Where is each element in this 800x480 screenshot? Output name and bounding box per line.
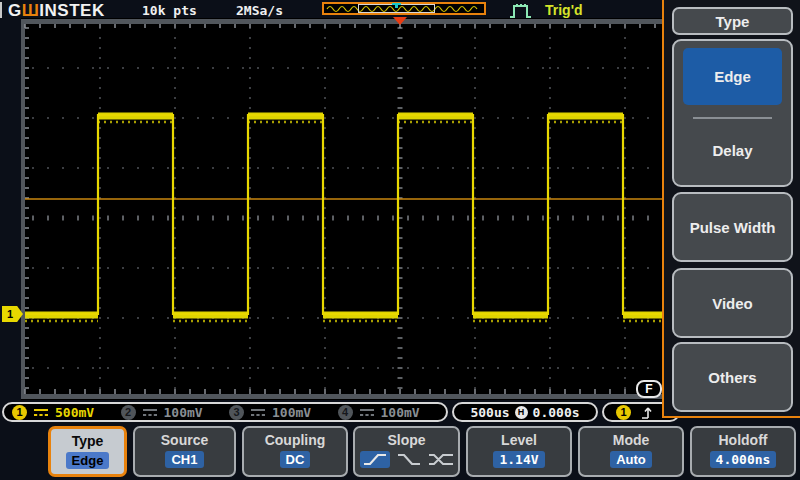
trigger-pulse-icon — [508, 2, 534, 19]
dc-coupling-icon — [359, 407, 375, 417]
trigger-source-badge: 1 — [616, 405, 631, 420]
trigger-status-label: Trig'd — [545, 2, 583, 18]
channel-1-scale-value: 500mV — [55, 405, 94, 420]
menu-group-edge-delay: Edge Delay — [672, 39, 793, 187]
softkey-holdoff-button[interactable]: Holdoff 4.000ns — [690, 426, 796, 477]
memory-bar — [322, 2, 486, 15]
channel1-ground-marker: 1 — [2, 306, 23, 322]
softkey-level-button[interactable]: Level 1.14V — [466, 426, 572, 477]
softkey-coupling-value: DC — [280, 451, 311, 468]
menu-header-type: Type — [672, 7, 793, 35]
rising-edge-trigger-icon — [641, 405, 654, 420]
softkey-coupling-button[interactable]: Coupling DC — [242, 426, 348, 477]
graticule-display — [21, 18, 662, 400]
menu-divider — [693, 117, 772, 119]
softkey-mode-button[interactable]: Mode Auto — [578, 426, 684, 477]
channel-4-badge: 4 — [338, 405, 353, 420]
channel-2-scale-value: 100mV — [164, 405, 203, 420]
softkey-coupling-label: Coupling — [244, 432, 346, 448]
channel-3-badge: 3 — [229, 405, 244, 420]
fine-indicator-badge: F — [636, 380, 662, 398]
acquisition-readout: 10k pts — [142, 3, 197, 18]
slope-options — [355, 451, 458, 468]
channel-2-readout: 2100mV — [121, 405, 230, 420]
logo-g: G — [8, 1, 22, 20]
memory-trigger-marker-stem — [395, 5, 398, 8]
softkey-mode-value: Auto — [610, 451, 652, 468]
channel-4-scale-value: 100mV — [381, 405, 420, 420]
menu-option-delay[interactable]: Delay — [674, 135, 791, 165]
slope-falling-icon[interactable] — [397, 452, 421, 467]
timebase-value: 500us — [470, 405, 509, 420]
slope-either-icon[interactable] — [428, 452, 454, 467]
channel-4-readout: 4100mV — [338, 405, 447, 420]
menu-option-pulse-width[interactable]: Pulse Width — [672, 192, 793, 262]
channel-1-readout: 1500mV — [12, 405, 121, 420]
dc-coupling-icon — [250, 407, 266, 417]
channel-readout-box: 1500mV2100mV3100mV4100mV — [2, 402, 448, 422]
oscilloscope-screen: GШINSTEK 10k pts 2MSa/s Trig'd 1 F 1500m… — [0, 0, 800, 480]
screen-edge-marker — [0, 2, 2, 18]
menu-option-video[interactable]: Video — [672, 268, 793, 338]
softkey-level-value: 1.14V — [493, 451, 544, 468]
dc-coupling-icon — [33, 407, 49, 417]
channel-3-scale-value: 100mV — [272, 405, 311, 420]
softkey-holdoff-value: 4.000ns — [710, 451, 777, 468]
softkey-source-button[interactable]: Source CH1 — [133, 426, 236, 477]
channel-2-badge: 2 — [121, 405, 136, 420]
horizontal-position-icon: H — [515, 406, 528, 419]
softkey-slope-label: Slope — [355, 432, 458, 448]
channel1-ground-label: 1 — [7, 308, 13, 320]
softkey-level-label: Level — [468, 432, 570, 448]
trigger-position-marker-icon — [393, 17, 407, 25]
dc-coupling-icon — [142, 407, 158, 417]
horizontal-position-value: 0.000s — [533, 405, 580, 420]
softkey-holdoff-label: Holdoff — [692, 432, 794, 448]
softkey-type-label: Type — [51, 433, 124, 449]
timebase-readout-box: 500us H 0.000s — [452, 402, 598, 422]
menu-option-others[interactable]: Others — [672, 342, 793, 412]
softkey-slope-button[interactable]: Slope — [353, 426, 460, 477]
softkey-type-value: Edge — [66, 452, 110, 469]
softkey-mode-label: Mode — [580, 432, 682, 448]
channel-3-readout: 3100mV — [229, 405, 338, 420]
trigger-type-menu: Type Edge Delay Pulse Width Video Others — [662, 0, 800, 418]
sample-rate-readout: 2MSa/s — [236, 3, 283, 18]
channel-1-badge: 1 — [12, 405, 27, 420]
softkey-type-button[interactable]: Type Edge — [48, 426, 127, 477]
softkey-source-value: CH1 — [165, 451, 203, 468]
slope-rising-icon[interactable] — [360, 451, 390, 468]
menu-option-edge[interactable]: Edge — [683, 48, 782, 105]
softkey-source-label: Source — [135, 432, 234, 448]
